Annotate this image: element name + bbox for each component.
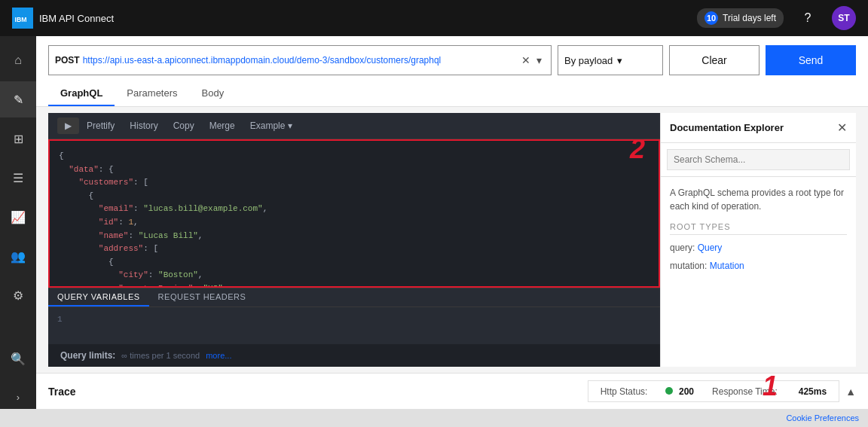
query-limits-bar: Query limits: ∞ times per 1 second more.… [48,344,660,367]
status-code: 200 [679,386,694,397]
ibm-logo-icon: IBM [12,8,33,29]
doc-explorer-title: Documentation Explorer [670,122,784,133]
editor-body: 1234567891011121314 { customers { email … [48,139,660,288]
sidebar-item-users[interactable]: 👥 [0,238,36,274]
sidebar-item-grid[interactable]: ⊞ [0,120,36,157]
url-bar: POST https://api.us-east-a.apiconnect.ib… [48,45,856,75]
help-button[interactable]: ? [796,6,820,30]
editor-toolbar: ▶ Prettify History Copy Merge Example ▾ [48,113,660,139]
avatar[interactable]: ST [832,6,856,30]
query-limits-more-link[interactable]: more... [206,351,231,360]
sidebar-item-chart[interactable]: 📈 [0,199,36,235]
topbar-right-area: 10 Trial days left ? ST [697,6,856,30]
payload-label: By payload [564,55,613,66]
tab-graphql[interactable]: GraphQL [48,81,115,106]
editor-section: ▶ Prettify History Copy Merge Example ▾ … [36,107,868,373]
topbar-logo-area: IBM IBM API Connect [12,8,114,29]
sidebar-item-search[interactable]: 🔍 [0,340,36,377]
trial-badge: 10 Trial days left [697,8,784,28]
topbar: IBM IBM API Connect 10 Trial days left ?… [0,0,868,36]
trace-collapse-button[interactable]: ▲ [845,386,856,398]
doc-explorer-header: Documentation Explorer ✕ [661,113,856,143]
doc-query-key: query: [670,242,698,253]
trial-days-count: 10 [704,11,718,25]
main-layout: ⌂ ✎ ⊞ ☰ 📈 👥 ⚙ 🔍 › POST https://api.us-ea… [0,36,868,409]
query-limits-title: Query limits: [60,350,115,361]
trial-days-label: Trial days left [723,13,776,23]
http-method-badge: POST [55,55,80,66]
status-bar: Cookie Preferences [0,409,868,427]
url-chevron-button[interactable]: ▾ [533,54,545,66]
bottom-panel-code: 1 [57,313,651,327]
doc-query-link[interactable]: Query [698,242,723,253]
sidebar-item-list[interactable]: ☰ [0,160,36,196]
doc-body: A GraphQL schema provides a root type fo… [661,177,856,367]
payload-select[interactable]: By payload ▾ [558,45,663,75]
sidebar-expand-button[interactable]: › [11,386,26,409]
status-indicator: 200 [665,386,694,397]
status-dot-icon [665,387,673,395]
doc-explorer-panel: Documentation Explorer ✕ A GraphQL schem… [660,113,856,367]
response-overlay: { "data": { "customers": [ { "email": "l… [48,139,660,288]
merge-button[interactable]: Merge [202,117,243,134]
sidebar-item-edit[interactable]: ✎ [0,81,36,117]
send-button[interactable]: Send [766,45,856,75]
bottom-panel: 1 [48,307,660,344]
payload-chevron-icon: ▾ [617,55,622,66]
doc-description: A GraphQL schema provides a root type fo… [670,186,847,213]
url-clear-button[interactable]: ✕ [518,54,533,66]
content-area: POST https://api.us-east-a.apiconnect.ib… [36,36,868,409]
url-input-wrap: POST https://api.us-east-a.apiconnect.ib… [48,45,552,75]
tab-body[interactable]: Body [190,81,237,106]
query-variables-tab[interactable]: QUERY VARIABLES [48,288,149,307]
sidebar-item-settings[interactable]: ⚙ [0,277,36,313]
response-time-value: 425ms [799,386,827,397]
copy-button[interactable]: Copy [166,117,202,134]
doc-search-area [661,143,856,177]
doc-type-query: query: Query [670,241,847,255]
doc-explorer-close-button[interactable]: ✕ [837,120,847,135]
sidebar-item-home[interactable]: ⌂ [0,42,36,78]
doc-mutation-key: mutation: [670,261,710,271]
trace-status-box: Http Status: 200 Response Time: 425ms [588,380,839,402]
sidebar: ⌂ ✎ ⊞ ☰ 📈 👥 ⚙ 🔍 › [0,36,36,409]
svg-text:IBM: IBM [15,16,27,23]
editor-bottom-tabs: QUERY VARIABLES REQUEST HEADERS [48,288,660,307]
graphql-editor-panel: ▶ Prettify History Copy Merge Example ▾ … [48,113,660,367]
prettify-button[interactable]: Prettify [79,117,122,134]
request-headers-tab[interactable]: REQUEST HEADERS [149,288,255,307]
trace-title: Trace [48,386,588,398]
http-status-label: Http Status: [601,386,648,397]
cookie-preferences-link[interactable]: Cookie Preferences [786,413,859,422]
run-button[interactable]: ▶ [57,117,79,134]
doc-type-mutation: mutation: Mutation [670,259,847,273]
tabs-row: GraphQL Parameters Body [48,81,856,106]
example-button[interactable]: Example ▾ [243,117,300,134]
query-limits-detail: ∞ times per 1 second [121,351,200,360]
badge-1: 1 [763,371,778,402]
trace-section: Trace 1 Http Status: 200 Response Time: … [36,373,868,409]
clear-button[interactable]: Clear [669,45,760,75]
tab-parameters[interactable]: Parameters [115,81,189,106]
app-title: IBM API Connect [39,13,114,24]
doc-search-input[interactable] [667,149,850,170]
doc-root-types-label: ROOT TYPES [670,222,847,235]
request-area: POST https://api.us-east-a.apiconnect.ib… [36,36,868,107]
doc-mutation-link[interactable]: Mutation [710,261,744,271]
url-text: https://api.us-east-a.apiconnect.ibmappd… [83,55,518,66]
history-button[interactable]: History [122,117,165,134]
